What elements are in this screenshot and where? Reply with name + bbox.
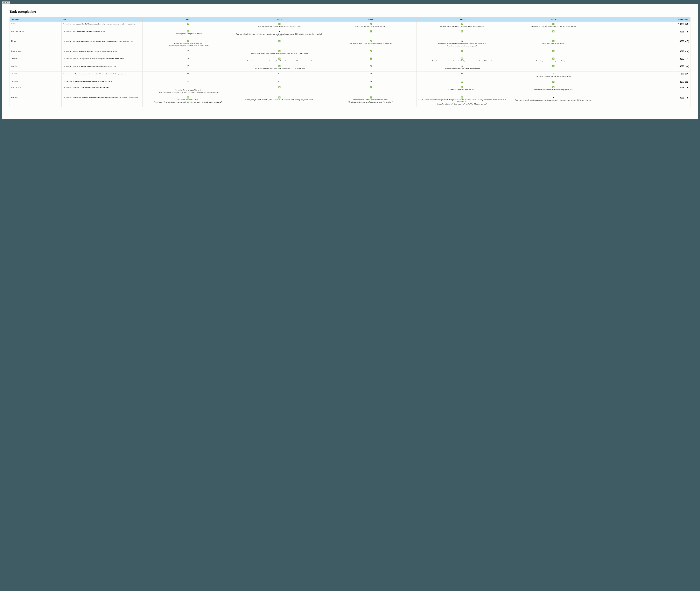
check-icon: ✅ xyxy=(418,58,507,59)
th-user3: User 3 xyxy=(325,17,416,21)
user-cell: ✅ xyxy=(325,64,416,71)
table-row: Delete tagThe participant clicks on Edit… xyxy=(10,56,691,64)
check-icon: ✅ xyxy=(509,30,598,32)
cross-icon: ✕ xyxy=(235,30,324,32)
task-cell: The participant needs to search by “appr… xyxy=(61,49,142,56)
na-label: NA xyxy=(418,73,507,74)
user-cell: NA xyxy=(142,56,234,64)
user-cell: ✅“I would save this view but I'm startin… xyxy=(416,95,508,107)
cross-icon: ✕ xyxy=(418,40,507,42)
user-cell: ✅“I don't know if the search is by “and”… xyxy=(416,85,508,95)
user-note: “If the list was long I would search in … xyxy=(326,25,415,27)
completeness-value: 40% (2/2) xyxy=(680,81,689,83)
task-cell: The participant saves a new view with th… xyxy=(61,95,142,107)
task-cell: The participant clicks on the Design spr… xyxy=(61,64,142,71)
user-note: “I would expect the prototype to be open… xyxy=(143,33,233,35)
user-note: “I would send the link of the file to th… xyxy=(418,43,507,45)
user-cell: ✅ xyxy=(325,85,416,95)
user-note: “Saved views right now are very hidden, … xyxy=(326,101,415,103)
na-label: NA xyxy=(143,73,233,74)
user-note: “I would save this view but I'm starting… xyxy=(418,99,507,103)
task-cell: The participant clicks on Edit tags for … xyxy=(61,56,142,64)
task-cell: The participant clicks on the delete but… xyxy=(61,71,142,79)
user-note: “Personally, it would be confusing to ha… xyxy=(235,60,324,62)
check-icon: ✅ xyxy=(326,65,415,67)
task-cell: The participant clicks on Delete view fr… xyxy=(61,79,142,85)
user-cell: ✅ xyxy=(234,39,325,49)
user-cell: ✅“I would set a tag to notify about this… xyxy=(508,39,599,49)
check-icon: ✅ xyxy=(326,30,415,32)
check-icon: ✅ xyxy=(326,96,415,98)
user-cell: NA xyxy=(142,64,234,71)
completeness-value: 100% (5/5) xyxy=(678,23,689,25)
check-icon: ✅ xyxy=(509,58,598,59)
user-cell: NA xyxy=(416,71,508,79)
user-cell: ✅ xyxy=(325,29,416,39)
user-note: “A manager might need to dictate the pub… xyxy=(235,99,324,101)
user-cell: ✅“A manager might need to dictate the pu… xyxy=(234,95,325,107)
na-label: NA xyxy=(143,65,233,67)
check-icon: ✅ xyxy=(143,96,233,98)
check-icon: ✅ xyxy=(235,58,324,59)
completeness-cell: 80% (4/5) xyxy=(599,39,690,49)
completeness-cell: 0% (0/1) xyxy=(599,71,690,79)
check-icon: ✅ xyxy=(326,40,415,42)
na-label: NA xyxy=(143,50,233,52)
check-icon: ✅ xyxy=(235,40,324,42)
user-note: “I would use tags to categorize, while f… xyxy=(143,45,233,47)
user-cell: ✅“Personally, it would be confusing to h… xyxy=(234,56,325,64)
check-icon: ✅ xyxy=(235,50,324,52)
functionality-cell: Search by tags xyxy=(10,49,62,56)
user-note: “I want to save things to that view, it'… xyxy=(143,101,233,103)
user-cell: ✅“It was nice that the file was tagged a… xyxy=(234,21,325,29)
user-note: The user didn't save the view after maki… xyxy=(509,76,598,77)
user-cell: NA xyxy=(234,79,325,85)
user-note: “Because the list is so short and alphab… xyxy=(509,25,598,27)
user-cell: ✅ xyxy=(508,49,599,56)
functionality-cell: Edit tags xyxy=(10,39,62,49)
user-cell: ✕“I would send the link of the file to t… xyxy=(416,39,508,49)
functionality-cell: Edit view xyxy=(10,71,62,79)
user-cell: ✅ xyxy=(416,29,508,39)
table-row: Search and open fileThe participant has … xyxy=(10,29,691,39)
th-functionality: Functionality xyxy=(10,17,62,21)
user-note: “The Saved views are too hidden”. xyxy=(143,99,233,101)
user-note: “I would expect that if I'm searching fo… xyxy=(143,91,233,93)
check-icon: ✅ xyxy=(509,86,598,88)
completeness-value: 80% (4/5) xyxy=(680,40,689,43)
user-cell: ✅“I would personally have a folder for a… xyxy=(508,85,599,95)
user-cell: ✅“The Saved views are too hidden”.“I wan… xyxy=(142,95,234,107)
functionality-cell: Load view xyxy=(10,64,62,71)
functionality-cell: Delete view xyxy=(10,79,62,85)
table-row: SearchThe participant has to search for … xyxy=(10,21,691,29)
page-container: Task completion Functionality Task User … xyxy=(2,4,698,119)
completeness-value: 60% (3/4) xyxy=(680,65,689,68)
functionality-cell: Save view xyxy=(10,95,62,107)
check-icon: ✅ xyxy=(418,50,507,52)
table-row: Save viewThe participant saves a new vie… xyxy=(10,95,691,107)
check-icon: ✅ xyxy=(418,81,507,82)
check-icon: ✅ xyxy=(235,96,324,98)
user-note: User was looking for the exact word in t… xyxy=(235,33,324,37)
user-cell: ✅User added a “ready for dev” tag but di… xyxy=(325,39,416,49)
user-cell: ✅“I would expect the prototype to be ope… xyxy=(142,29,234,39)
user-note: User added a “ready for dev” tag but did… xyxy=(326,43,415,45)
user-cell: NA xyxy=(142,79,234,85)
table-row: Load viewThe participant clicks on the D… xyxy=(10,64,691,71)
check-icon: ✅ xyxy=(235,86,324,88)
user-cell: ✅“If the list was long I would search in… xyxy=(325,21,416,29)
cross-icon: ✕ xyxy=(143,86,233,88)
check-icon: ✅ xyxy=(509,50,598,52)
findings-tab[interactable]: Findings xyxy=(2,1,10,4)
na-label: NA xyxy=(235,81,324,82)
user-cell: ✅“Going back without the system telling … xyxy=(416,56,508,64)
user-note: “I don't know if the search is by “and” … xyxy=(418,89,507,91)
check-icon: ✅ xyxy=(509,40,598,42)
table-row: Search by tagsThe participant searches f… xyxy=(10,85,691,95)
th-user1: User 1 xyxy=(142,17,234,21)
completeness-cell: 80% (4/5) xyxy=(599,95,690,107)
user-cell: ✅“It would be cool to notify someone fro… xyxy=(142,39,234,49)
user-note: “I expect to click on the tag and filter… xyxy=(143,89,233,91)
check-icon: ✅ xyxy=(326,23,415,25)
user-cell: ✅ xyxy=(325,49,416,56)
